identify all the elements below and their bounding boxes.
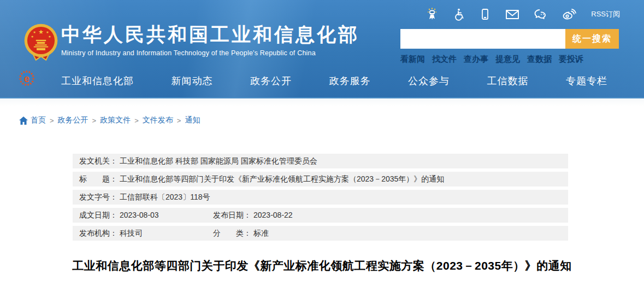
ai-assistant-link[interactable] xyxy=(425,7,439,21)
weibo-icon xyxy=(562,8,577,21)
breadcrumb-item-policy-docs[interactable]: 政策文件 xyxy=(100,115,131,125)
search-input[interactable] xyxy=(400,29,565,49)
meta-row-doc-number: 发文字号： 工信部联科〔2023〕118号 xyxy=(73,190,568,205)
meta-value: 标准 xyxy=(253,229,269,238)
meta-row-dates: 成文日期： 2023-08-03 发布日期： 2023-08-22 xyxy=(73,208,568,223)
wechat-link[interactable] xyxy=(533,8,548,21)
meta-value: 工信部联科〔2023〕118号 xyxy=(120,193,210,202)
quick-link-documents[interactable]: 找文件 xyxy=(432,54,457,65)
quick-link-affairs[interactable]: 查办事 xyxy=(464,54,488,65)
site-name-cn: 中华人民共和国工业和信息化部 xyxy=(61,24,359,45)
nav-item-participation[interactable]: 公众参与 xyxy=(408,74,450,88)
meta-cell: 发布日期： 2023-08-22 xyxy=(213,211,293,220)
quick-link-complaints[interactable]: 要投诉 xyxy=(559,54,583,65)
meta-label: 成文日期： xyxy=(79,211,117,220)
nav-item-topics[interactable]: 专题专栏 xyxy=(566,74,607,88)
breadcrumb-home-label: 首页 xyxy=(31,115,46,125)
meta-value: 2023-08-03 xyxy=(120,211,159,220)
meta-cell: 成文日期： 2023-08-03 xyxy=(79,211,213,220)
breadcrumb-separator: > xyxy=(92,117,97,125)
breadcrumb-item-doc-release[interactable]: 文件发布 xyxy=(143,115,173,125)
svg-text:★: ★ xyxy=(33,31,36,34)
meta-label: 发布日期： xyxy=(213,211,251,220)
meta-label: 发布机构： xyxy=(79,229,117,238)
document-meta-table: 发文机关： 工业和信息化部 科技部 国家能源局 国家标准化管理委员会 标 题： … xyxy=(73,154,568,241)
mobile-link[interactable] xyxy=(478,8,492,21)
breadcrumb: 首页 > 政务公开 > 政策文件 > 文件发布 > 通知 xyxy=(0,98,644,125)
gear-e-logo-icon: e xyxy=(19,70,35,86)
svg-text:★: ★ xyxy=(38,28,44,35)
breadcrumb-separator: > xyxy=(134,117,139,125)
meta-label: 标 题： xyxy=(79,174,117,184)
quick-link-news[interactable]: 看新闻 xyxy=(400,54,425,65)
document-title: 工业和信息化部等四部门关于印发《新产业标准化领航工程实施方案（2023－2035… xyxy=(0,258,644,273)
quick-links: 看新闻 找文件 查办事 提意见 查数据 要投诉 xyxy=(400,54,583,65)
meta-label: 发文机关： xyxy=(79,156,117,166)
meta-row-issuing-agency: 发文机关： 工业和信息化部 科技部 国家能源局 国家标准化管理委员会 xyxy=(73,154,568,168)
nav-item-services[interactable]: 政务服务 xyxy=(329,74,371,88)
meta-cell: 发布机构： 科技司 xyxy=(79,229,213,238)
meta-row-publisher-category: 发布机构： 科技司 分 类： 标准 xyxy=(73,226,568,241)
rss-link[interactable]: RSS订阅 xyxy=(590,9,620,19)
meta-cell: 标 题： 工业和信息化部等四部门关于印发《新产业标准化领航工程实施方案（2023… xyxy=(79,174,444,184)
search-area: 统一搜索 看新闻 找文件 查办事 提意见 查数据 要投诉 xyxy=(400,29,620,65)
svg-text:★: ★ xyxy=(46,31,49,34)
wechat-icon xyxy=(533,8,548,21)
meta-cell: 发文机关： 工业和信息化部 科技部 国家能源局 国家标准化管理委员会 xyxy=(79,156,317,166)
site-name-en: Ministry of Industry and Information Tec… xyxy=(61,49,359,57)
breadcrumb-item-disclosure[interactable]: 政务公开 xyxy=(58,115,88,125)
svg-text:★: ★ xyxy=(48,35,51,38)
rss-label: RSS订阅 xyxy=(591,9,620,19)
main-nav: 工业和信息化部 新闻动态 政务公开 政务服务 公众参与 工信数据 专题专栏 xyxy=(61,74,607,88)
quick-link-data[interactable]: 查数据 xyxy=(527,54,552,65)
site-header: RSS订阅 ★ ★ ★ ★ ★ 中华人民共和国工业和信息化部 Ministry … xyxy=(0,0,644,98)
quick-link-suggestions[interactable]: 提意见 xyxy=(495,54,520,65)
meta-label: 发文字号： xyxy=(79,193,117,202)
accessibility-icon xyxy=(452,8,465,21)
breadcrumb-separator: > xyxy=(177,117,181,125)
nav-item-disclosure[interactable]: 政务公开 xyxy=(250,74,292,88)
breadcrumb-separator: > xyxy=(50,117,54,125)
accessibility-link[interactable] xyxy=(452,8,465,21)
nav-item-news[interactable]: 新闻动态 xyxy=(172,74,213,88)
meta-value: 科技司 xyxy=(120,229,143,238)
unified-search-button[interactable]: 统一搜索 xyxy=(565,29,619,49)
site-title-block: 中华人民共和国工业和信息化部 Ministry of Industry and … xyxy=(61,24,359,57)
meta-cell: 发文字号： 工信部联科〔2023〕118号 xyxy=(79,193,210,202)
meta-cell: 分 类： 标准 xyxy=(213,229,269,238)
meta-value: 工业和信息化部等四部门关于印发《新产业标准化领航工程实施方案（2023－2035… xyxy=(120,174,444,184)
nav-item-miit[interactable]: 工业和信息化部 xyxy=(61,74,134,88)
svg-text:★: ★ xyxy=(31,35,33,38)
page-content: 首页 > 政务公开 > 政策文件 > 文件发布 > 通知 发文机关： 工业和信息… xyxy=(0,98,644,273)
national-emblem-icon: ★ ★ ★ ★ ★ xyxy=(23,23,59,62)
weibo-link[interactable] xyxy=(562,8,577,21)
nav-item-data[interactable]: 工信数据 xyxy=(487,74,529,88)
meta-value: 工业和信息化部 科技部 国家能源局 国家标准化管理委员会 xyxy=(120,156,317,166)
meta-label: 分 类： xyxy=(213,229,251,238)
home-icon xyxy=(19,117,28,125)
ai-assistant-icon xyxy=(425,7,439,21)
meta-value: 2023-08-22 xyxy=(253,211,293,220)
breadcrumb-item-notice[interactable]: 通知 xyxy=(185,115,200,125)
meta-row-title: 标 题： 工业和信息化部等四部门关于印发《新产业标准化领航工程实施方案（2023… xyxy=(73,172,568,187)
breadcrumb-item-home[interactable]: 首页 xyxy=(19,115,46,125)
mail-link[interactable] xyxy=(505,8,520,21)
mail-icon xyxy=(505,8,520,21)
mobile-icon xyxy=(478,8,492,21)
utility-bar: RSS订阅 xyxy=(425,7,620,21)
